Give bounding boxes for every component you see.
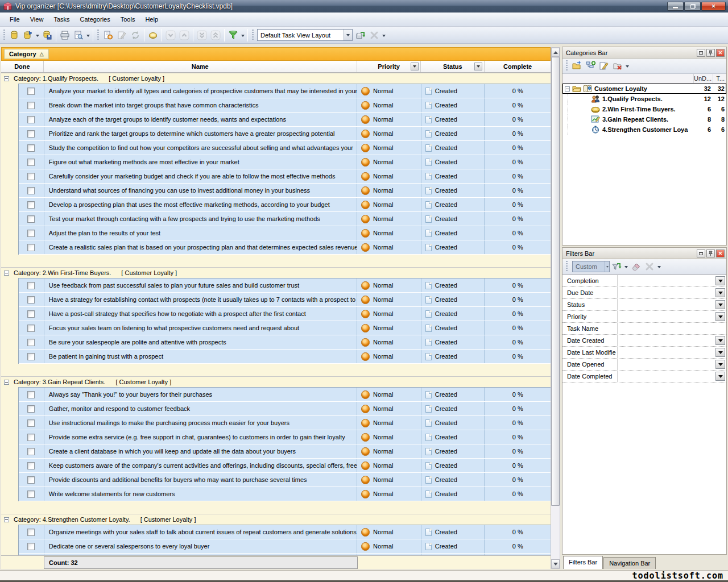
filters-pin-button[interactable] [706,250,715,257]
table-row[interactable]: Understand what sources of financing you… [19,184,551,198]
filter-value[interactable] [617,311,715,322]
priority-filter-button[interactable] [411,63,419,70]
menu-item-tools[interactable]: Tools [115,14,140,25]
print-button[interactable] [58,28,72,42]
menu-item-tasks[interactable]: Tasks [48,14,75,25]
done-checkbox[interactable] [27,296,35,304]
column-header-done[interactable]: Done [1,61,44,72]
done-checkbox[interactable] [27,187,35,194]
table-row[interactable]: Be sure your salespeople are polite and … [19,335,551,350]
done-checkbox[interactable] [27,325,35,332]
layout-combo-arrow[interactable] [344,30,352,40]
group-header[interactable]: Category: 1.Qualify Prospects. [ Custome… [1,73,551,84]
column-header-status[interactable]: Status [421,61,485,72]
edit-category-button[interactable] [597,59,611,73]
clear-filter-button[interactable] [629,260,643,273]
update-task-button[interactable] [129,28,142,42]
filter-value[interactable] [617,323,715,334]
done-checkbox[interactable] [27,353,35,360]
move-top-button[interactable] [209,28,222,42]
filter-dropdown-button[interactable] [715,336,725,345]
table-row[interactable]: Carefully consider your marketing budget… [19,169,551,184]
filter-dropdown-button[interactable] [715,348,725,357]
tab-navigation-bar[interactable]: Navigation Bar [603,557,656,569]
done-checkbox[interactable] [27,310,35,318]
categories-restore-button[interactable] [697,49,705,57]
done-checkbox[interactable] [27,215,35,223]
add-category-button[interactable] [570,59,584,73]
scrollbar-thumb[interactable] [551,57,560,506]
menu-item-categories[interactable]: Categories [75,14,115,25]
new-database-button[interactable] [7,28,21,42]
table-row[interactable]: Create a client database in which you wi… [19,444,551,459]
table-row[interactable]: Study the competition to find out how yo… [19,141,551,155]
group-header[interactable]: Category: 2.Win First-Time Buyers. [ Cus… [1,267,551,278]
add-task-button[interactable] [101,28,115,42]
table-row[interactable]: Adjust the plan to the results of your t… [19,226,551,240]
group-header[interactable]: Category: 3.Gain Repeat Clients. [ Custo… [1,376,551,387]
filter-button[interactable] [226,28,240,42]
done-checkbox[interactable] [27,391,35,398]
filter-value[interactable] [617,371,715,382]
done-checkbox[interactable] [27,405,35,413]
table-row[interactable]: Focus your sales team on listening to wh… [19,321,551,335]
table-row[interactable]: Dedicate one or several salespersons to … [19,539,551,554]
done-checkbox[interactable] [27,462,35,469]
print-preview-dropdown[interactable] [85,28,91,42]
table-row[interactable]: Have a strategy for establishing contact… [19,293,551,307]
add-subcategory-button[interactable] [584,59,597,73]
vertical-scrollbar[interactable] [551,47,560,569]
delete-layout-button[interactable] [367,28,381,42]
table-row[interactable]: Gather, monitor and respond to customer … [19,402,551,416]
minimize-button[interactable] [667,2,684,11]
filter-dropdown[interactable] [240,28,246,42]
table-row[interactable]: Organize meetings with your sales staff … [19,525,551,539]
table-row[interactable]: Analyze each of the target groups to ide… [19,113,551,127]
table-row[interactable]: Prioritize and rank the target groups to… [19,127,551,141]
save-layout-button[interactable] [354,28,367,42]
notify-button[interactable] [146,28,160,42]
table-row[interactable]: Use feedback from past successful sales … [19,278,551,293]
filters-toolbar-overflow[interactable] [656,260,662,273]
done-checkbox[interactable] [27,419,35,427]
move-up-button[interactable] [177,28,191,42]
done-checkbox[interactable] [27,201,35,209]
table-row[interactable]: Write welcome statements for new custome… [19,487,551,501]
table-row[interactable]: Develop a customer reward program that s… [19,554,551,555]
done-checkbox[interactable] [27,116,35,123]
category-tree-item[interactable]: 3.Gain Repeat Clients. 8 8 [562,114,726,124]
tab-filters-bar[interactable]: Filters Bar [563,556,603,569]
filters-restore-button[interactable] [697,250,705,257]
toolbar-drag-handle[interactable] [97,30,100,41]
table-row[interactable]: Create a realistic sales plan that is ba… [19,240,551,255]
category-tree-item[interactable]: Customer Loyalty 32 32 [562,84,726,94]
collapse-icon[interactable] [4,380,9,385]
toolbar-drag-handle[interactable] [565,261,568,272]
table-row[interactable]: Provide some extra service (e.g. free su… [19,430,551,444]
done-checkbox[interactable] [27,88,35,95]
column-header-total[interactable]: T... [713,74,726,83]
filter-preset-combo[interactable]: Custom [572,261,610,272]
done-checkbox[interactable] [27,529,35,536]
filter-dropdown-button[interactable] [715,360,725,369]
apply-filter-dropdown[interactable] [623,260,629,273]
done-checkbox[interactable] [27,448,35,455]
column-header-undone[interactable]: UnD... [693,74,713,83]
restore-button[interactable] [684,2,701,11]
done-checkbox[interactable] [27,490,35,498]
table-row[interactable]: Be patient in gaining trust with a prosp… [19,350,551,364]
table-row[interactable]: Analyze your market to identify all type… [19,84,551,98]
done-checkbox[interactable] [27,102,35,109]
column-header-name[interactable]: Name [44,61,357,72]
toolbar-overflow[interactable] [381,28,387,42]
category-tree-item[interactable]: 2.Win First-Time Buyers. 6 6 [562,104,726,114]
table-row[interactable]: Provide discounts and additional benefit… [19,473,551,487]
filter-value[interactable] [617,275,715,286]
toolbar-drag-handle[interactable] [3,30,6,41]
menu-item-help[interactable]: Help [140,14,163,25]
status-filter-button[interactable] [474,63,482,70]
filter-value[interactable] [617,299,715,310]
filter-dropdown-button[interactable] [715,276,725,285]
table-row[interactable]: Test your market through contacting with… [19,212,551,226]
done-checkbox[interactable] [27,543,35,550]
